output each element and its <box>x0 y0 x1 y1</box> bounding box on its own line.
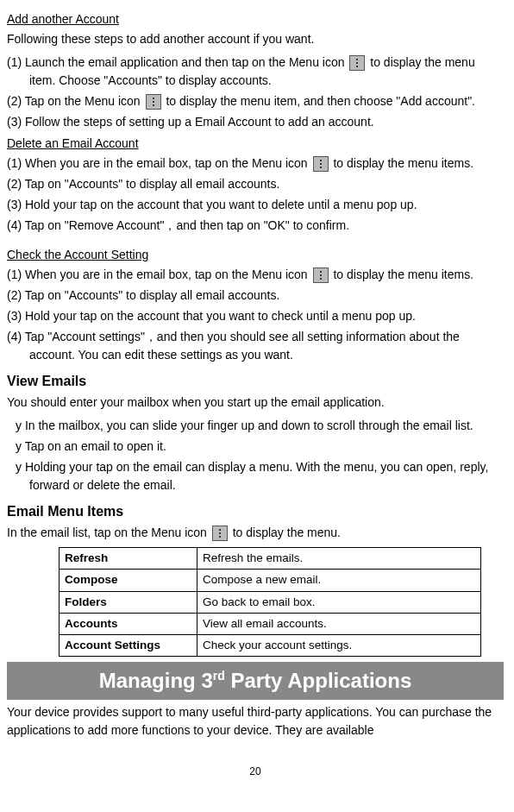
step-item: (1) When you are in the email box, tap o… <box>7 154 504 173</box>
menu-name-cell: Folders <box>60 591 197 613</box>
step-item: (2) Tap on "Accounts" to display all ema… <box>7 175 504 193</box>
menu-desc-cell: Refresh the emails. <box>197 548 481 570</box>
menu-desc-cell: View all email accounts. <box>197 613 481 634</box>
step-item: (1) Launch the email application and the… <box>7 54 504 90</box>
section-title-add-account: Add another Account <box>7 10 504 28</box>
table-row: Accounts View all email accounts. <box>60 613 481 634</box>
bullet-char: y <box>16 439 25 453</box>
bullet-text: Tap on an email to open it. <box>25 439 166 453</box>
menu-items-table: Refresh Refresh the emails. Compose Comp… <box>59 547 481 657</box>
step-item: (2) Tap on "Accounts" to display all ema… <box>7 286 504 305</box>
step-item: (4) Tap on "Remove Account"，and then tap… <box>7 217 504 235</box>
menu-desc-cell: Check your account settings. <box>197 635 481 657</box>
bullet-char: y <box>16 460 25 474</box>
table-row: Compose Compose a new email. <box>60 570 481 591</box>
intro-text: Following these steps to add another acc… <box>7 30 504 48</box>
step-item: (3) Hold your tap on the account that yo… <box>7 196 504 214</box>
body-text: Your device provides support to many use… <box>7 703 504 740</box>
step-item: (2) Tap on the Menu icon to display the … <box>7 92 504 110</box>
step-text: (1) Launch the email application and the… <box>7 55 348 69</box>
menu-icon <box>313 156 329 172</box>
step-item: (3) Follow the steps of setting up a Ema… <box>7 113 504 131</box>
intro-text-part: to display the menu. <box>229 526 341 539</box>
bullet-text: Holding your tap on the email can displa… <box>25 460 489 492</box>
step-text: (1) When you are in the email box, tap o… <box>7 268 311 281</box>
bullet-item: y Holding your tap on the email can disp… <box>16 458 504 494</box>
step-text: to display the menu items. <box>330 268 474 281</box>
step-text: (2) Tap on the Menu icon <box>7 94 144 108</box>
intro-text: In the email list, tap on the Menu icon … <box>7 524 504 542</box>
section-title-check-setting: Check the Account Setting <box>7 246 504 264</box>
bullet-item: y Tap on an email to open it. <box>16 437 504 456</box>
banner-text-part: Party Applications <box>225 669 412 692</box>
table-row: Refresh Refresh the emails. <box>60 548 481 570</box>
intro-text-part: In the email list, tap on the Menu icon <box>7 526 210 539</box>
menu-name-cell: Compose <box>60 570 197 591</box>
table-row: Folders Go back to email box. <box>60 591 481 613</box>
banner-sup: rd <box>213 669 225 683</box>
step-item: (4) Tap "Account settings"，and then you … <box>7 328 504 364</box>
intro-text: You should enter your mailbox when you s… <box>7 393 504 412</box>
step-item: (1) When you are in the email box, tap o… <box>7 266 504 284</box>
menu-desc-cell: Compose a new email. <box>197 570 481 591</box>
heading-view-emails: View Emails <box>7 371 504 392</box>
menu-name-cell: Account Settings <box>60 635 197 657</box>
menu-icon <box>313 268 329 283</box>
bullet-item: y In the mailbox, you can slide your fin… <box>16 417 504 435</box>
menu-desc-cell: Go back to email box. <box>197 591 481 613</box>
menu-icon <box>349 55 365 71</box>
heading-email-menu: Email Menu Items <box>7 501 504 522</box>
menu-icon <box>212 526 228 541</box>
menu-name-cell: Accounts <box>60 613 197 634</box>
step-text: to display the menu items. <box>330 156 474 170</box>
bullet-text: In the mailbox, you can slide your finge… <box>25 419 473 432</box>
section-title-delete-account: Delete an Email Account <box>7 135 504 153</box>
table-row: Account Settings Check your account sett… <box>60 635 481 657</box>
menu-icon <box>146 94 161 110</box>
step-text: to display the menu item, and then choos… <box>163 94 476 108</box>
banner-text-part: Managing 3 <box>99 669 213 692</box>
step-item: (3) Hold your tap on the account that yo… <box>7 307 504 325</box>
page-number: 20 <box>7 764 504 779</box>
step-text: (1) When you are in the email box, tap o… <box>7 156 311 170</box>
bullet-char: y <box>16 419 25 432</box>
chapter-banner: Managing 3rd Party Applications <box>7 662 504 700</box>
menu-name-cell: Refresh <box>60 548 197 570</box>
